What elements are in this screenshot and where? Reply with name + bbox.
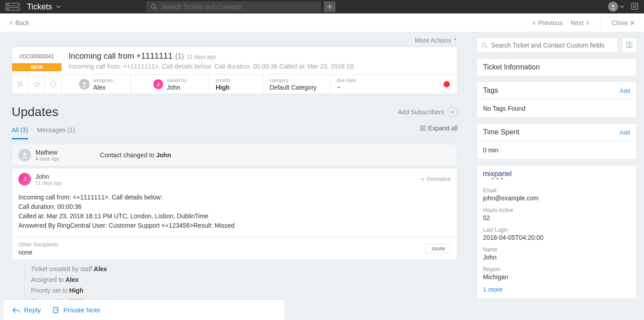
raised-by-label: raised by xyxy=(167,78,187,83)
category-label: category xyxy=(270,78,324,83)
more-actions-menu[interactable]: More Actions xyxy=(0,32,469,47)
timeline-item: Ticket created by staff Alex xyxy=(31,264,457,274)
previous-label: Previous xyxy=(538,19,562,26)
priority-field[interactable]: priority High xyxy=(209,75,263,94)
updates-heading: Updates xyxy=(12,105,58,119)
add-subscribers-label: Add Subscribers xyxy=(398,108,444,116)
mixpanel-more-link[interactable]: 1 more xyxy=(483,286,630,293)
close-icon xyxy=(630,20,635,26)
back-button[interactable]: Back xyxy=(9,19,29,26)
expand-all-button[interactable]: Expand all xyxy=(420,125,457,132)
pin-button[interactable] xyxy=(12,75,29,94)
status-badge: NEW xyxy=(12,63,61,71)
message-age: 11 days ago xyxy=(35,180,62,186)
close-button[interactable]: Close xyxy=(612,19,635,26)
more-actions-label: More Actions xyxy=(415,37,451,44)
app-logo-icon xyxy=(5,3,20,11)
raised-by-field[interactable]: J raised by John xyxy=(131,75,209,94)
assignee-field[interactable]: assignee Alex xyxy=(61,75,131,94)
tags-panel: Tags Add No Tags Found xyxy=(476,82,637,118)
add-button[interactable] xyxy=(324,1,335,12)
permalink-label: Permalink xyxy=(427,176,451,182)
timeline-item: Priority set to High xyxy=(31,285,457,296)
knowledge-base-button[interactable] xyxy=(622,38,637,53)
more-options-button[interactable] xyxy=(45,75,61,94)
global-search-input[interactable] xyxy=(161,3,317,10)
svg-point-13 xyxy=(52,84,53,85)
note-icon xyxy=(52,307,60,314)
sidebar-search-input[interactable] xyxy=(491,42,613,49)
tab-all[interactable]: All (3) xyxy=(12,122,28,139)
message-body: Incoming call from: <+1111111>. Call det… xyxy=(12,190,457,237)
previous-button[interactable]: Previous xyxy=(532,19,562,26)
priority-value: High xyxy=(216,84,257,91)
svg-line-20 xyxy=(486,47,487,48)
category-field[interactable]: category Default Category xyxy=(263,75,331,94)
priority-label: priority xyxy=(216,78,257,83)
mixpanel-name-label: Name xyxy=(483,246,630,253)
ticket-count: (1) xyxy=(175,52,184,61)
add-tag-button[interactable]: Add xyxy=(620,87,630,94)
plus-icon xyxy=(327,4,332,9)
ticket-information-panel[interactable]: Ticket Information xyxy=(476,58,637,76)
next-button[interactable]: Next xyxy=(570,19,590,26)
mixpanel-hours-label: Hours Active xyxy=(483,207,630,213)
chevron-down-icon xyxy=(56,2,61,12)
ticket-id: #DC00000041 xyxy=(19,47,54,63)
add-time-button[interactable]: Add xyxy=(620,129,630,136)
other-recipients-value: none xyxy=(18,249,58,256)
activity-age: 4 days ago xyxy=(35,156,60,161)
assignee-label: assignee xyxy=(93,78,113,83)
expand-all-label: Expand all xyxy=(428,125,457,132)
reply-button[interactable]: Reply xyxy=(12,306,41,314)
library-icon[interactable] xyxy=(631,2,639,12)
ticket-description: Incoming call from: <+1111111>. Call det… xyxy=(69,63,450,70)
more-button[interactable]: more xyxy=(426,244,451,253)
user-avatar-icon xyxy=(18,149,31,161)
message-author: John xyxy=(35,173,62,180)
reply-footer: Reply Private Note xyxy=(3,299,285,320)
mixpanel-hours-value: 52 xyxy=(483,214,630,221)
mixpanel-panel: mixpanel • • • Emailjohn@example.com Hou… xyxy=(476,165,637,299)
mixpanel-name-value: John xyxy=(483,254,630,261)
private-note-label: Private Note xyxy=(63,306,100,314)
mixpanel-login-label: Last Login xyxy=(483,227,630,233)
book-icon xyxy=(626,42,633,49)
time-spent-panel: Time Spent Add 0 min xyxy=(476,123,637,160)
chevron-down-icon xyxy=(620,4,624,9)
mixpanel-login-value: 2018-04-05T04:20:00 xyxy=(483,234,630,241)
mixpanel-logo: mixpanel • • • xyxy=(477,165,636,182)
mixpanel-region-label: Region xyxy=(483,266,630,272)
tags-body: No Tags Found xyxy=(477,99,636,117)
status-dot-icon xyxy=(444,81,450,87)
contact-avatar: J xyxy=(18,173,31,186)
module-dropdown[interactable]: Tickets xyxy=(27,2,61,12)
tab-messages[interactable]: Messages (1) xyxy=(37,122,75,139)
activity-item[interactable]: Mathew 4 days ago Contact changed to Joh… xyxy=(12,144,457,166)
due-date-field[interactable]: due date ~ xyxy=(331,75,457,94)
profile-menu[interactable] xyxy=(608,2,624,12)
ticket-title: Incoming call from +1111111 xyxy=(69,52,173,61)
private-note-button[interactable]: Private Note xyxy=(52,306,100,314)
add-subscribers-button[interactable]: Add Subscribers xyxy=(398,107,457,117)
due-date-label: due date xyxy=(337,78,451,83)
message-item: J John 11 days ago Permalink Incoming ca… xyxy=(12,168,457,260)
svg-point-15 xyxy=(83,82,85,85)
sidebar: Ticket Information Tags Add No Tags Foun… xyxy=(469,32,644,320)
pin-icon xyxy=(17,81,24,88)
svg-point-3 xyxy=(8,9,9,9)
global-search[interactable] xyxy=(146,1,321,12)
time-spent-title: Time Spent xyxy=(483,128,519,136)
permalink-button[interactable]: Permalink xyxy=(420,176,451,182)
assignee-value: Alex xyxy=(93,84,113,91)
raised-by-value: John xyxy=(167,84,187,91)
category-value: Default Category xyxy=(270,84,324,91)
close-label: Close xyxy=(612,19,628,26)
user-avatar-icon xyxy=(608,2,618,12)
svg-point-2 xyxy=(8,4,9,5)
svg-point-12 xyxy=(51,84,52,85)
user-avatar-icon xyxy=(79,79,90,90)
expand-icon xyxy=(420,125,426,131)
sidebar-search[interactable] xyxy=(476,38,618,53)
star-button[interactable] xyxy=(29,75,45,94)
